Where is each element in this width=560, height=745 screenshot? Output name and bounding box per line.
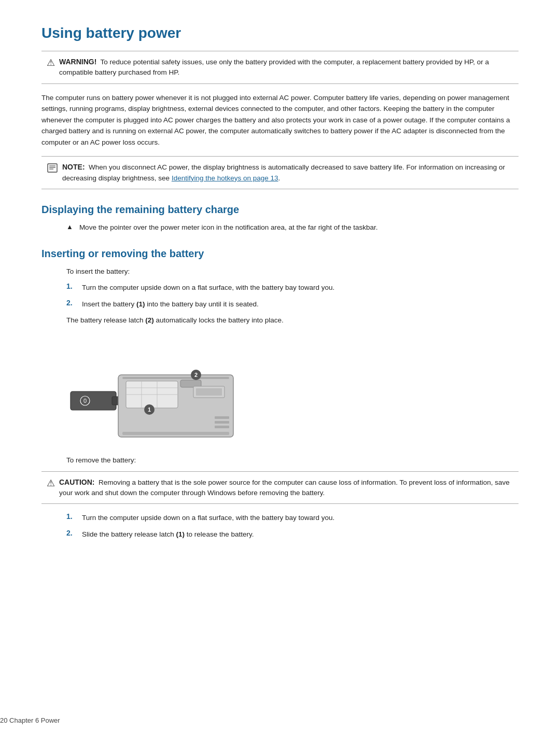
section1-title: Displaying the remaining battery charge — [41, 204, 519, 216]
remove-step-2: 2. Slide the battery release latch (1) t… — [66, 529, 519, 540]
warning-label: WARNING! — [59, 58, 96, 66]
remove-step-1: 1. Turn the computer upside down on a fl… — [66, 512, 519, 524]
laptop-illustration: 0 2 1 — [66, 339, 243, 442]
remove-step-2-num: 2. — [66, 529, 78, 537]
hotkeys-link[interactable]: Identifying the hotkeys on page 13 — [172, 174, 278, 182]
note-icon — [47, 163, 58, 173]
svg-text:1: 1 — [148, 406, 151, 413]
caution-text: CAUTION: Removing a battery that is the … — [59, 477, 511, 499]
insert-step-1: 1. Turn the computer upside down on a fl… — [66, 282, 519, 293]
insert-step-1-num: 1. — [66, 282, 78, 290]
svg-rect-4 — [71, 391, 116, 410]
caution-icon: ⚠ — [47, 477, 55, 489]
svg-text:2: 2 — [194, 372, 198, 378]
caution-box: ⚠ CAUTION: Removing a battery that is th… — [41, 471, 519, 504]
insert-steps-list: 1. Turn the computer upside down on a fl… — [66, 282, 519, 310]
svg-rect-19 — [215, 416, 229, 419]
body-paragraph: The computer runs on battery power whene… — [41, 92, 519, 148]
remove-step-1-num: 1. — [66, 512, 78, 521]
bullet-triangle-icon: ▲ — [66, 223, 73, 231]
remove-step-2-text: Slide the battery release latch (1) to r… — [82, 529, 254, 540]
note-text: NOTE: When you disconnect AC power, the … — [62, 162, 511, 184]
svg-rect-10 — [122, 432, 229, 435]
page-footer: 20 Chapter 6 Power — [0, 716, 60, 724]
caution-label: CAUTION: — [59, 478, 94, 486]
after-step2-text: The battery release latch (2) automatica… — [66, 315, 519, 326]
page-title: Using battery power — [41, 25, 519, 41]
remove-steps-list: 1. Turn the computer upside down on a fl… — [66, 512, 519, 540]
remove-intro: To remove the battery: — [66, 455, 519, 466]
svg-rect-9 — [122, 377, 229, 379]
svg-rect-21 — [215, 426, 229, 428]
remove-step-1-text: Turn the computer upside down on a flat … — [82, 512, 334, 524]
note-label: NOTE: — [62, 163, 85, 171]
section1-bullet-text: Move the pointer over the power meter ic… — [79, 222, 378, 233]
warning-icon: ⚠ — [47, 57, 55, 68]
svg-rect-0 — [48, 164, 57, 172]
warning-box: ⚠ WARNING! To reduce potential safety is… — [41, 51, 519, 84]
section1-bullet-item: ▲ Move the pointer over the power meter … — [66, 222, 519, 233]
insert-step-1-text: Turn the computer upside down on a flat … — [82, 282, 334, 293]
svg-rect-25 — [196, 388, 222, 396]
insert-step-2-num: 2. — [66, 299, 78, 307]
svg-rect-20 — [215, 421, 229, 424]
warning-text: WARNING! To reduce potential safety issu… — [59, 57, 511, 78]
insert-step-2: 2. Insert the battery (1) into the batte… — [66, 299, 519, 310]
section2-title: Inserting or removing the battery — [41, 248, 519, 260]
svg-text:0: 0 — [83, 398, 87, 404]
note-box: NOTE: When you disconnect AC power, the … — [41, 156, 519, 189]
insert-step-2-text: Insert the battery (1) into the battery … — [82, 299, 259, 310]
insert-intro: To insert the battery: — [66, 266, 519, 277]
